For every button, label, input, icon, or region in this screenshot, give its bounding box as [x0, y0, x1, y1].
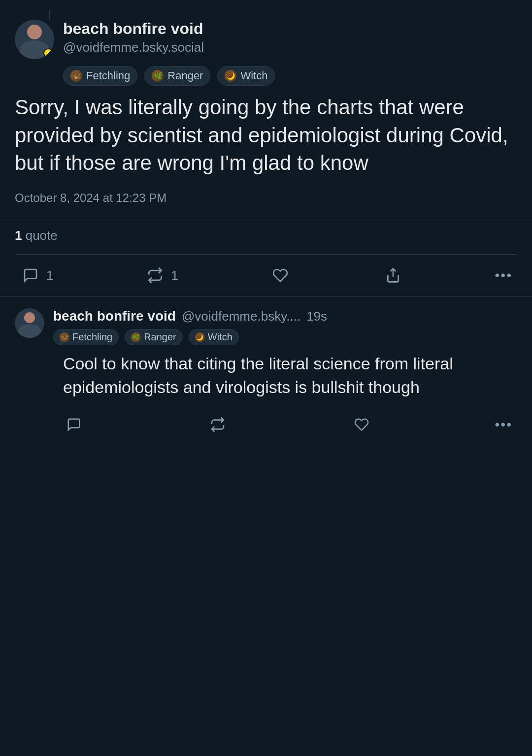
more-button[interactable]: •••: [495, 267, 512, 283]
post-text: Sorry, I was literally going by the char…: [15, 94, 517, 177]
reply-repost-button[interactable]: [207, 414, 229, 435]
reply-like-button[interactable]: [351, 414, 372, 435]
reply-ranger-icon: 🌿: [131, 332, 141, 342]
fetchling-icon: 🦋: [70, 70, 82, 82]
display-name[interactable]: beach bonfire void: [63, 20, 204, 38]
reply-badge-witch[interactable]: 🌙 Witch: [189, 329, 239, 345]
reply-reply-button[interactable]: [63, 414, 85, 435]
quote-count[interactable]: 1 quote: [15, 217, 517, 255]
reply-repost-icon: [207, 414, 229, 435]
badges: 🦋 Fetchling 🌿 Ranger 🌙 Witch: [63, 66, 517, 86]
reply-badge-fetchling[interactable]: 🦋 Fetchling: [53, 329, 119, 345]
reply-display-name[interactable]: beach bonfire void: [53, 308, 176, 324]
reply-reply-icon: [63, 414, 85, 435]
reply-more-button[interactable]: •••: [495, 417, 512, 432]
reply-action-bar: •••: [15, 409, 517, 440]
share-icon: [382, 264, 404, 286]
share-button[interactable]: [382, 264, 404, 286]
badge-fetchling[interactable]: 🦋 Fetchling: [63, 66, 137, 86]
witch-icon: 🌙: [225, 70, 236, 82]
main-post: ★ beach bonfire void @voidfemme.bsky.soc…: [0, 0, 532, 296]
ranger-icon: 🌿: [152, 70, 164, 82]
reply-badge-ranger[interactable]: 🌿 Ranger: [125, 329, 183, 345]
badge-witch[interactable]: 🌙 Witch: [217, 66, 275, 86]
action-bar: 1 1: [15, 255, 517, 296]
repost-button[interactable]: 1: [144, 264, 178, 286]
reply-time: 19s: [306, 309, 327, 324]
reply-header: beach bonfire void @voidfemme.bsky.... 1…: [15, 308, 517, 345]
reply-avatar[interactable]: [15, 308, 44, 338]
reply-name-line: beach bonfire void @voidfemme.bsky.... 1…: [53, 308, 327, 324]
reply-text: Cool to know that citing the literal sci…: [63, 352, 517, 399]
post-timestamp: October 8, 2024 at 12:23 PM: [15, 191, 517, 205]
thread-line: [49, 10, 50, 20]
heart-icon: [269, 264, 291, 286]
reply-user-info: beach bonfire void @voidfemme.bsky.... 1…: [53, 308, 327, 345]
reply-heart-icon: [351, 414, 372, 435]
handle[interactable]: @voidfemme.bsky.social: [63, 40, 204, 55]
reply-more-icon: •••: [495, 417, 512, 432]
like-button[interactable]: [269, 264, 291, 286]
reply-badges: 🦋 Fetchling 🌿 Ranger 🌙 Witch: [53, 329, 327, 345]
post-header: ★ beach bonfire void @voidfemme.bsky.soc…: [15, 20, 517, 59]
reply-handle[interactable]: @voidfemme.bsky....: [182, 309, 300, 324]
reply-fetchling-icon: 🦋: [60, 332, 69, 342]
user-info: beach bonfire void @voidfemme.bsky.socia…: [63, 20, 204, 55]
reply-button[interactable]: 1: [20, 264, 53, 286]
reply-witch-icon: 🌙: [195, 332, 205, 342]
badge-ranger[interactable]: 🌿 Ranger: [144, 66, 210, 86]
repost-icon: [144, 264, 166, 286]
reply-post: beach bonfire void @voidfemme.bsky.... 1…: [0, 296, 532, 452]
avatar[interactable]: ★: [15, 20, 54, 59]
more-icon: •••: [495, 267, 512, 283]
reply-icon: [20, 264, 41, 286]
